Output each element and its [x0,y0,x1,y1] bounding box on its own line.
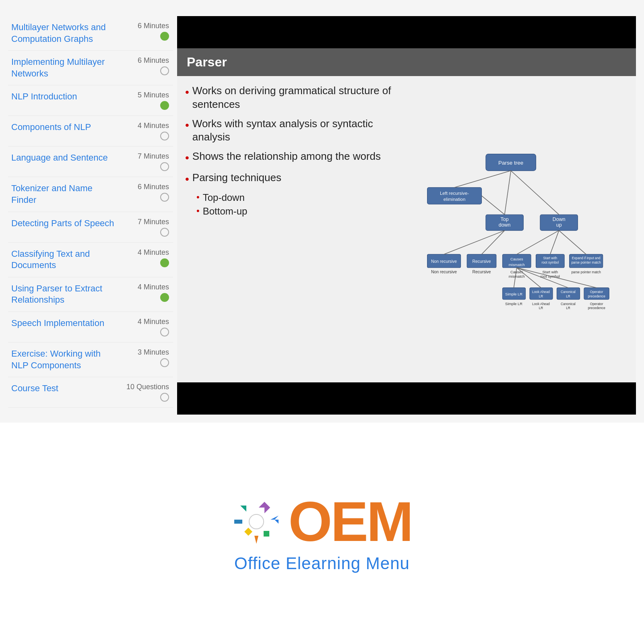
item-duration: 4 Minutes [138,122,169,130]
item-duration: 4 Minutes [138,248,169,257]
sidebar-item-label: Course Test [11,383,58,394]
svg-text:LR: LR [566,306,570,310]
svg-line-32 [559,231,586,254]
svg-text:down: down [499,222,511,228]
sub-bullet-text: Bottom-up [203,206,248,217]
oem-arrows-icon [232,497,281,546]
sidebar-item-right: 7 Minutes [129,218,169,237]
svg-text:parse pointer match: parse pointer match [571,260,601,264]
status-circle [160,293,169,302]
sidebar-item-right: 4 Minutes [129,318,169,336]
svg-text:Parse tree: Parse tree [498,160,523,166]
status-circle [160,193,169,202]
sidebar-item-right: 4 Minutes [129,248,169,267]
sub-bullet: •Bottom-up [196,206,402,217]
slide-header: Parser [177,48,636,76]
sidebar-item-right: 6 Minutes [129,183,169,202]
sidebar-item-label: Exercise: Working with NLP Components [11,348,116,371]
sidebar-item-label: NLP Introduction [11,91,77,103]
status-circle [160,101,169,110]
svg-text:Down: Down [553,217,566,222]
sidebar-item-label: Language and Sentence [11,152,108,164]
oem-logo: OEM Office Elearning Menu [232,493,412,573]
sidebar-item-nlp-introduction[interactable]: NLP Introduction 5 Minutes [8,85,173,116]
svg-text:Top: Top [501,217,509,222]
sidebar-item-exercise-nlp[interactable]: Exercise: Working with NLP Components 3 … [8,343,173,377]
sidebar-item-left: Course Test [11,383,58,394]
svg-text:Canonical: Canonical [561,290,576,294]
sidebar-item-label: Components of NLP [11,122,91,133]
oem-brand: OEM [289,493,412,550]
sidebar-item-multilayer-networks[interactable]: Multilayer Networks and Computation Grap… [8,16,173,51]
svg-line-12 [505,171,511,215]
svg-text:Recursive: Recursive [472,259,491,264]
sub-bullet-dot: • [196,206,200,216]
sidebar-item-left: NLP Introduction [11,91,77,103]
svg-text:Left recursive-: Left recursive- [440,191,469,196]
sidebar-item-right: 10 Questions [126,383,169,402]
svg-text:Causes: Causes [510,257,523,261]
bullet-text: Works on deriving grammatical structure … [192,84,402,111]
svg-text:Expand if input and: Expand if input and [572,256,601,260]
bullet-dot: • [185,85,189,99]
item-duration: 6 Minutes [138,56,169,65]
bullet-text: Works with syntax analysis or syntactic … [192,117,402,144]
sidebar-item-left: Classifying Text and Documents [11,248,116,271]
svg-line-13 [511,171,559,215]
bullet-dot: • [185,151,189,165]
sidebar-item-implementing-multilayer[interactable]: Implementing Multilayer Networks 6 Minut… [8,51,173,85]
sidebar-item-speech-implementation[interactable]: Speech Implementation 4 Minutes [8,312,173,343]
content-area: Parser •Works on deriving grammatical st… [177,16,636,415]
svg-text:parse pointer match: parse pointer match [571,270,601,274]
sidebar-item-left: Speech Implementation [11,318,104,329]
item-duration: 3 Minutes [138,348,169,357]
svg-text:Simple LR: Simple LR [505,292,522,296]
parse-tree-diagram: Parse tree Left recursive- elimination T… [411,84,628,374]
sub-bullet-dot: • [196,192,200,202]
video-bottom-bar [177,382,636,415]
sidebar-item-left: Language and Sentence [11,152,108,164]
sub-bullets: •Top-down•Bottom-up [196,192,402,217]
svg-text:up: up [556,222,562,228]
svg-text:Look Ahead: Look Ahead [532,290,550,294]
sidebar-item-label: Implementing Multilayer Networks [11,56,116,79]
slide-title: Parser [187,55,227,69]
sidebar-item-components-nlp[interactable]: Components of NLP 4 Minutes [8,116,173,147]
bullet-text: Shows the relationship among the words [192,150,381,163]
status-circle [160,228,169,237]
sidebar-item-detecting-parts-speech[interactable]: Detecting Parts of Speech 7 Minutes [8,212,173,243]
sidebar-item-left: Implementing Multilayer Networks [11,56,116,79]
svg-text:Start with: Start with [543,256,557,260]
sidebar: Multilayer Networks and Computation Grap… [8,16,177,415]
sidebar-item-using-parser[interactable]: Using Parser to Extract Relationships 4 … [8,277,173,312]
svg-text:Non recursive: Non recursive [431,270,457,274]
sidebar-item-left: Exercise: Working with NLP Components [11,348,116,371]
oem-logo-top: OEM [232,493,412,550]
svg-text:precedence: precedence [588,306,605,310]
svg-text:Causes: Causes [510,270,523,274]
item-duration: 4 Minutes [138,283,169,291]
svg-rect-2 [427,188,482,204]
svg-text:elimination: elimination [444,197,466,202]
sidebar-item-classifying-text[interactable]: Classifying Text and Documents 4 Minutes [8,243,173,277]
slide-body: •Works on deriving grammatical structure… [177,76,636,382]
sidebar-item-tokenizer-name-finder[interactable]: Tokenizer and Name Finder 6 Minutes [8,177,173,212]
bullet-text: Parsing techniques [192,171,281,185]
sidebar-item-right: 7 Minutes [129,152,169,171]
status-circle [160,132,169,140]
svg-line-14 [482,196,505,215]
svg-line-31 [550,231,559,254]
bullet-dot: • [185,118,189,132]
sidebar-item-right: 4 Minutes [129,122,169,140]
sidebar-item-language-sentence[interactable]: Language and Sentence 7 Minutes [8,147,173,177]
svg-line-28 [444,231,505,254]
sidebar-item-label: Tokenizer and Name Finder [11,183,116,206]
status-circle [160,358,169,367]
slide-container: Parser •Works on deriving grammatical st… [177,48,636,382]
status-circle [160,328,169,336]
item-duration: 5 Minutes [138,91,169,99]
sidebar-item-left: Detecting Parts of Speech [11,218,114,229]
svg-text:Non recursive: Non recursive [431,259,457,264]
svg-text:Operator: Operator [590,290,603,294]
sidebar-item-course-test[interactable]: Course Test 10 Questions [8,377,173,408]
